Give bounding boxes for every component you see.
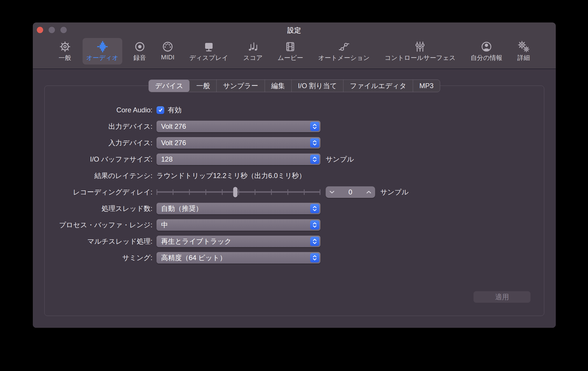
toolbar-item-general[interactable]: 一般 xyxy=(55,38,75,65)
latency-value: ラウンドトリップ12.2ミリ秒（出力6.0ミリ秒） xyxy=(156,171,306,180)
stepper-value: 0 xyxy=(335,188,366,196)
core-audio-row: Core Audio: 有効 xyxy=(45,103,544,118)
multithreading-row: マルチスレッド処理: 再生とライブトラック xyxy=(45,234,544,249)
slider-tick xyxy=(222,189,223,195)
toolbar-item-midi[interactable]: MIDI xyxy=(157,38,178,63)
midi-connector-icon xyxy=(162,41,174,53)
popup-chevrons-icon xyxy=(310,237,319,246)
chevron-down-icon xyxy=(329,190,335,194)
resulting-latency-row: 結果のレイテンシ: ラウンドトリップ12.2ミリ秒（出力6.0ミリ秒） xyxy=(45,168,544,183)
stepper-decrement-button[interactable] xyxy=(329,190,335,194)
content-area: デバイス 一般 サンプラー 編集 I/O 割り当て ファイルエディタ MP3 C… xyxy=(33,69,556,328)
selected-value: 再生とライブトラック xyxy=(161,236,232,247)
toolbar-item-automation[interactable]: オートメーション xyxy=(314,38,373,65)
selected-value: 高精度（64 ビット） xyxy=(161,252,226,263)
toolbar-item-label: 詳細 xyxy=(517,54,530,62)
toolbar-item-score[interactable]: スコア xyxy=(239,38,266,65)
field-label: Core Audio: xyxy=(45,106,152,114)
apply-button[interactable]: 適用 xyxy=(474,291,530,303)
slider-tick xyxy=(173,189,173,195)
slider-tick xyxy=(189,189,190,195)
field-label: サミング: xyxy=(45,253,152,262)
slider-tick xyxy=(205,189,206,195)
field-label: 出力デバイス: xyxy=(45,122,152,131)
popup-chevrons-icon xyxy=(310,155,319,164)
checkbox-label: 有効 xyxy=(168,105,182,115)
toolbar-item-display[interactable]: ディスプレイ xyxy=(186,38,232,65)
toolbar-item-label: スコア xyxy=(243,54,263,62)
popup-chevrons-icon xyxy=(310,204,319,213)
recording-delay-row: レコーディングディレイ: xyxy=(45,185,544,200)
chevron-up-icon xyxy=(366,190,371,194)
settings-panel: デバイス 一般 サンプラー 編集 I/O 割り当て ファイルエディタ MP3 C… xyxy=(44,86,544,316)
field-label: 結果のレイテンシ: xyxy=(45,171,152,180)
toolbar-item-advanced[interactable]: 詳細 xyxy=(513,38,534,65)
checkmark-icon xyxy=(158,107,163,113)
traffic-lights xyxy=(37,27,67,33)
toolbar-item-movie[interactable]: ムービー xyxy=(274,38,307,65)
summing-select[interactable]: 高精度（64 ビット） xyxy=(156,252,320,264)
device-settings-form: Core Audio: 有効 出力デバイス: Volt 276 xyxy=(45,86,544,267)
input-device-select[interactable]: Volt 276 xyxy=(156,137,320,149)
recording-delay-slider[interactable] xyxy=(156,186,320,198)
settings-window: 設定 一般 オーディオ xyxy=(33,22,556,328)
process-buffer-range-row: プロセス・バッファ・レンジ: 中 xyxy=(45,217,544,232)
movie-film-icon xyxy=(284,41,296,53)
slider-tick xyxy=(271,189,272,195)
stepper-increment-button[interactable] xyxy=(366,190,371,194)
control-surfaces-icon xyxy=(414,41,426,53)
score-notes-icon xyxy=(247,41,259,53)
slider-handle[interactable] xyxy=(233,187,237,197)
core-audio-enabled-checkbox[interactable] xyxy=(156,106,164,114)
processing-threads-select[interactable]: 自動（推奨） xyxy=(156,203,320,214)
slider-tick xyxy=(320,189,320,195)
record-icon xyxy=(134,41,146,53)
titlebar: 設定 xyxy=(33,22,556,37)
field-label: I/O バッファサイズ: xyxy=(45,155,152,164)
output-device-row: 出力デバイス: Volt 276 xyxy=(45,119,544,134)
io-buffer-size-select[interactable]: 128 xyxy=(156,154,320,165)
minimize-window-button[interactable] xyxy=(49,27,55,33)
toolbar-item-control-surfaces[interactable]: コントロールサーフェス xyxy=(381,38,459,65)
slider-tick xyxy=(255,189,255,195)
recording-delay-stepper[interactable]: 0 xyxy=(326,186,375,198)
field-label: プロセス・バッファ・レンジ: xyxy=(45,220,152,230)
automation-nodes-icon xyxy=(338,41,350,53)
slider-tick xyxy=(156,189,157,195)
field-label: マルチスレッド処理: xyxy=(45,237,152,246)
toolbar: 一般 オーディオ 録音 xyxy=(33,37,556,69)
audio-waveform-icon xyxy=(96,41,108,53)
toolbar-item-label: 自分の情報 xyxy=(471,54,503,62)
slider-tick xyxy=(304,189,305,195)
gear-icon xyxy=(59,41,71,53)
field-label: 処理スレッド数: xyxy=(45,204,152,213)
process-buffer-range-select[interactable]: 中 xyxy=(156,219,320,231)
unit-label: サンプル xyxy=(326,155,354,164)
multithreading-select[interactable]: 再生とライブトラック xyxy=(156,236,320,247)
toolbar-item-label: 一般 xyxy=(59,54,71,62)
toolbar-item-label: 録音 xyxy=(133,54,146,62)
selected-value: 中 xyxy=(161,219,168,230)
toolbar-item-label: オートメーション xyxy=(318,54,370,62)
display-icon xyxy=(203,41,215,53)
close-window-button[interactable] xyxy=(37,27,43,33)
toolbar-item-recording[interactable]: 録音 xyxy=(130,38,150,65)
output-device-select[interactable]: Volt 276 xyxy=(156,121,320,132)
field-label: レコーディングディレイ: xyxy=(45,188,152,197)
toolbar-item-audio[interactable]: オーディオ xyxy=(83,38,122,65)
slider-tick xyxy=(238,189,239,195)
field-label: 入力デバイス: xyxy=(45,138,152,147)
popup-chevrons-icon xyxy=(310,220,319,230)
window-title: 設定 xyxy=(33,22,556,38)
processing-threads-row: 処理スレッド数: 自動（推奨） xyxy=(45,201,544,216)
toolbar-item-label: オーディオ xyxy=(86,54,119,62)
popup-chevrons-icon xyxy=(310,253,319,262)
advanced-gears-icon xyxy=(518,41,530,53)
io-buffer-size-row: I/O バッファサイズ: 128 サンプル xyxy=(45,152,544,167)
toolbar-item-label: コントロールサーフェス xyxy=(385,54,456,62)
toolbar-item-label: ディスプレイ xyxy=(189,54,228,62)
toolbar-item-label: MIDI xyxy=(161,54,174,61)
toolbar-item-label: ムービー xyxy=(278,54,303,62)
toolbar-item-my-info[interactable]: 自分の情報 xyxy=(467,38,506,65)
zoom-window-button[interactable] xyxy=(60,27,67,33)
